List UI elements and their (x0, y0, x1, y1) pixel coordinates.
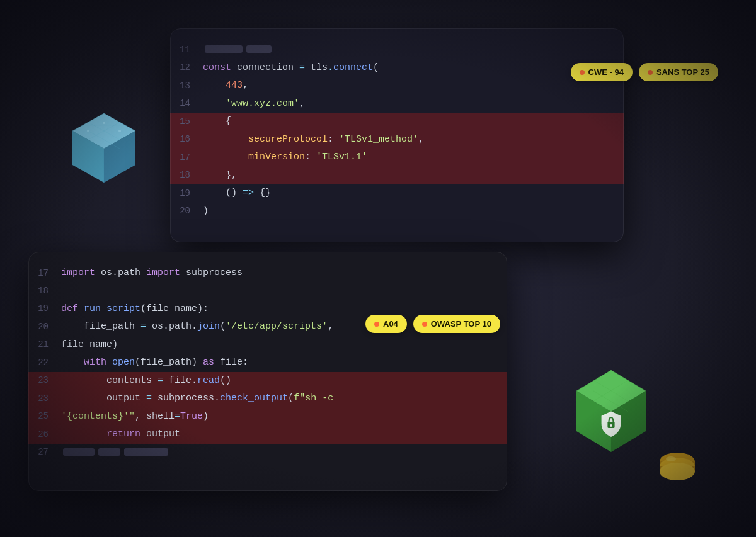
code-line: 22 with open(file_path) as file: (28, 354, 507, 372)
line-number: 12 (170, 61, 203, 74)
security-badge: SANS TOP 25 (639, 63, 718, 81)
line-number: 16 (170, 133, 203, 146)
svg-rect-26 (610, 426, 611, 427)
line-number: 27 (28, 446, 61, 459)
line-content: contents = file.read() (61, 374, 507, 388)
security-badge: OWASP TOP 10 (413, 315, 500, 333)
line-number: 23 (28, 374, 61, 387)
line-content: 443, (203, 79, 624, 93)
line-number: 19 (170, 187, 203, 200)
svg-point-12 (103, 122, 105, 124)
code-line: 15 { (170, 113, 624, 131)
code-line: 18 }, (170, 167, 624, 185)
code-line: 12const connection = tls.connect( (170, 59, 624, 77)
line-number: 18 (170, 169, 203, 182)
code-line: 26 return output (28, 426, 507, 444)
code-lines-bottom: 17import os.path import subprocess1819de… (28, 264, 507, 461)
scene: 1112const connection = tls.connect(13 44… (0, 0, 756, 537)
code-window-bottom: 17import os.path import subprocess1819de… (28, 252, 507, 491)
line-content: output = subprocess.check_output(f"sh -c (61, 392, 507, 406)
line-number: 11 (170, 43, 203, 57)
badge-container-top: CWE - 94SANS TOP 25 (571, 63, 718, 81)
line-content: }, (203, 169, 624, 183)
svg-point-13 (118, 130, 121, 132)
line-number: 19 (28, 302, 61, 315)
line-content: const connection = tls.connect( (203, 61, 624, 76)
line-number: 14 (170, 97, 203, 110)
badge-dot-icon (648, 70, 653, 75)
line-number: 17 (170, 151, 203, 164)
line-number: 15 (170, 115, 203, 128)
svg-point-11 (87, 130, 89, 132)
badge-label: A04 (383, 319, 398, 329)
code-line: 19 () => {} (170, 184, 624, 203)
code-line: 23 contents = file.read() (28, 372, 507, 390)
line-content: 'www.xyz.com', (203, 97, 624, 111)
line-content: () => {} (203, 186, 624, 201)
svg-point-31 (660, 463, 695, 480)
line-content: '{contents}'", shell=True) (61, 410, 507, 424)
code-line: 11 (170, 41, 624, 59)
line-content (61, 446, 507, 460)
line-number: 25 (28, 410, 61, 423)
line-number: 23 (28, 392, 61, 405)
green-shield-cube-decoration (561, 361, 655, 455)
badge-label: CWE - 94 (588, 67, 624, 77)
code-line: 25'{contents}'", shell=True) (28, 408, 507, 426)
badge-dot-icon (374, 322, 379, 327)
line-number: 22 (28, 356, 61, 370)
badge-label: SANS TOP 25 (656, 67, 709, 77)
line-number: 21 (28, 338, 61, 351)
code-line: 18 (28, 283, 507, 300)
line-content: secureProtocol: 'TLSv1_method', (203, 133, 624, 147)
code-line: 17 minVersion: 'TLSv1.1' (170, 149, 624, 167)
code-line: 16 secureProtocol: 'TLSv1_method', (170, 131, 624, 149)
code-line: 20) (170, 203, 624, 221)
badge-dot-icon (580, 70, 585, 75)
code-line: 27 (28, 444, 507, 462)
line-content: with open(file_path) as file: (61, 356, 507, 370)
line-content: return output (61, 427, 507, 442)
line-number: 20 (28, 320, 61, 334)
line-content: ) (203, 205, 624, 219)
code-lines-top: 1112const connection = tls.connect(13 44… (170, 41, 624, 220)
line-number: 20 (170, 205, 203, 218)
line-content: minVersion: 'TLSv1.1' (203, 150, 624, 165)
code-line: 17import os.path import subprocess (28, 264, 507, 283)
line-content: { (203, 115, 624, 129)
line-number: 13 (170, 79, 203, 93)
line-number: 26 (28, 428, 61, 441)
gold-coin-decoration (655, 449, 693, 487)
code-line: 14 'www.xyz.com', (170, 95, 624, 113)
security-badge: A04 (365, 315, 407, 333)
line-content: file_name) (61, 338, 507, 353)
blue-cube-decoration (63, 107, 139, 183)
security-badge: CWE - 94 (571, 63, 633, 81)
svg-point-32 (666, 456, 676, 461)
badge-dot-icon (422, 322, 427, 327)
code-line: 23 output = subprocess.check_output(f"sh… (28, 390, 507, 408)
badge-label: OWASP TOP 10 (431, 319, 491, 329)
code-line: 13 443, (170, 77, 624, 95)
line-content (203, 43, 624, 57)
line-content: import os.path import subprocess (61, 266, 507, 281)
code-window-top: 1112const connection = tls.connect(13 44… (170, 28, 624, 242)
line-number: 18 (28, 285, 61, 298)
badge-container-bottom: A04OWASP TOP 10 (365, 315, 500, 333)
line-number: 17 (28, 267, 61, 280)
code-line: 21file_name) (28, 336, 507, 354)
line-content: def run_script(file_name): (61, 302, 507, 317)
